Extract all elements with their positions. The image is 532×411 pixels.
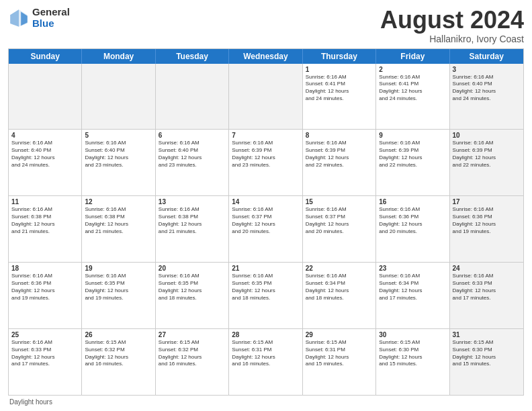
day-number: 20 [159,265,226,272]
calendar-cell-5-7: 31Sunrise: 6:15 AMSunset: 6:30 PMDayligh… [450,329,523,395]
calendar-header: Sunday Monday Tuesday Wednesday Thursday… [9,49,523,64]
day-number: 24 [453,265,521,272]
header-saturday: Saturday [450,49,523,64]
calendar-cell-3-3: 13Sunrise: 6:16 AMSunset: 6:38 PMDayligh… [156,196,229,262]
cell-details: Sunrise: 6:16 AMSunset: 6:40 PMDaylight:… [159,140,226,169]
day-number: 21 [232,265,299,272]
cell-details: Sunrise: 6:16 AMSunset: 6:39 PMDaylight:… [232,140,299,169]
calendar-cell-5-4: 28Sunrise: 6:15 AMSunset: 6:31 PMDayligh… [229,329,302,395]
day-number: 8 [306,132,373,139]
calendar-cell-1-4 [229,64,302,130]
calendar-cell-4-2: 19Sunrise: 6:16 AMSunset: 6:35 PMDayligh… [82,263,155,328]
day-number: 22 [306,265,373,272]
day-number: 29 [306,331,373,338]
calendar-cell-3-1: 11Sunrise: 6:16 AMSunset: 6:38 PMDayligh… [9,196,82,262]
calendar-cell-1-5: 1Sunrise: 6:16 AMSunset: 6:41 PMDaylight… [303,64,376,130]
day-number: 14 [232,198,299,205]
cell-details: Sunrise: 6:16 AMSunset: 6:39 PMDaylight:… [453,140,521,169]
cell-details: Sunrise: 6:16 AMSunset: 6:38 PMDaylight:… [159,206,226,235]
logo: General Blue [8,7,70,29]
calendar-cell-4-3: 20Sunrise: 6:16 AMSunset: 6:35 PMDayligh… [156,263,229,328]
cell-details: Sunrise: 6:16 AMSunset: 6:37 PMDaylight:… [232,206,299,235]
header-sunday: Sunday [9,49,82,64]
calendar-cell-4-7: 24Sunrise: 6:16 AMSunset: 6:33 PMDayligh… [450,263,523,328]
calendar-body: 1Sunrise: 6:16 AMSunset: 6:41 PMDaylight… [9,64,523,395]
header-tuesday: Tuesday [156,49,229,64]
cell-details: Sunrise: 6:15 AMSunset: 6:31 PMDaylight:… [306,339,373,368]
cell-details: Sunrise: 6:16 AMSunset: 6:38 PMDaylight:… [85,206,152,235]
calendar-location: Hallanikro, Ivory Coast [380,34,524,44]
day-number: 23 [379,265,446,272]
calendar-cell-1-6: 2Sunrise: 6:16 AMSunset: 6:41 PMDaylight… [376,64,449,130]
cell-details: Sunrise: 6:16 AMSunset: 6:34 PMDaylight:… [306,273,373,302]
day-number: 7 [232,132,299,139]
cell-details: Sunrise: 6:15 AMSunset: 6:30 PMDaylight:… [453,339,521,368]
calendar-cell-4-4: 21Sunrise: 6:16 AMSunset: 6:35 PMDayligh… [229,263,302,328]
day-number: 15 [306,198,373,205]
calendar-cell-5-6: 30Sunrise: 6:15 AMSunset: 6:30 PMDayligh… [376,329,449,395]
day-number: 4 [11,132,79,139]
calendar-cell-3-5: 15Sunrise: 6:16 AMSunset: 6:37 PMDayligh… [303,196,376,262]
day-number: 5 [85,132,152,139]
calendar-week-1: 1Sunrise: 6:16 AMSunset: 6:41 PMDaylight… [9,64,523,130]
cell-details: Sunrise: 6:15 AMSunset: 6:32 PMDaylight:… [85,339,152,368]
calendar: Sunday Monday Tuesday Wednesday Thursday… [8,48,524,396]
cell-details: Sunrise: 6:16 AMSunset: 6:36 PMDaylight:… [453,206,521,235]
header-thursday: Thursday [303,49,376,64]
calendar-cell-3-6: 16Sunrise: 6:16 AMSunset: 6:36 PMDayligh… [376,196,449,262]
calendar-cell-2-6: 9Sunrise: 6:16 AMSunset: 6:39 PMDaylight… [376,130,449,195]
calendar-cell-4-1: 18Sunrise: 6:16 AMSunset: 6:36 PMDayligh… [9,263,82,328]
cell-details: Sunrise: 6:16 AMSunset: 6:39 PMDaylight:… [306,140,373,169]
header: General Blue August 2024 Hallanikro, Ivo… [8,7,524,44]
header-wednesday: Wednesday [229,49,302,64]
cell-details: Sunrise: 6:15 AMSunset: 6:31 PMDaylight:… [232,339,299,368]
calendar-cell-1-1 [9,64,82,130]
calendar-cell-1-3 [156,64,229,130]
calendar-week-4: 18Sunrise: 6:16 AMSunset: 6:36 PMDayligh… [9,263,523,329]
daylight-hours-label: Daylight hours [9,398,52,406]
calendar-cell-2-5: 8Sunrise: 6:16 AMSunset: 6:39 PMDaylight… [303,130,376,195]
day-number: 19 [85,265,152,272]
calendar-title: August 2024 [380,7,524,34]
cell-details: Sunrise: 6:16 AMSunset: 6:40 PMDaylight:… [11,140,79,169]
calendar-cell-4-6: 23Sunrise: 6:16 AMSunset: 6:34 PMDayligh… [376,263,449,328]
calendar-cell-1-2 [82,64,155,130]
cell-details: Sunrise: 6:16 AMSunset: 6:35 PMDaylight:… [85,273,152,302]
day-number: 11 [11,198,79,205]
day-number: 25 [11,331,79,338]
day-number: 28 [232,331,299,338]
cell-details: Sunrise: 6:16 AMSunset: 6:40 PMDaylight:… [85,140,152,169]
cell-details: Sunrise: 6:16 AMSunset: 6:35 PMDaylight:… [159,273,226,302]
cell-details: Sunrise: 6:16 AMSunset: 6:34 PMDaylight:… [379,273,446,302]
logo-text: General Blue [32,7,70,29]
calendar-cell-2-3: 6Sunrise: 6:16 AMSunset: 6:40 PMDaylight… [156,130,229,195]
calendar-cell-5-1: 25Sunrise: 6:16 AMSunset: 6:33 PMDayligh… [9,329,82,395]
calendar-cell-1-7: 3Sunrise: 6:16 AMSunset: 6:40 PMDaylight… [450,64,523,130]
header-friday: Friday [376,49,449,64]
calendar-cell-2-4: 7Sunrise: 6:16 AMSunset: 6:39 PMDaylight… [229,130,302,195]
calendar-cell-4-5: 22Sunrise: 6:16 AMSunset: 6:34 PMDayligh… [303,263,376,328]
day-number: 6 [159,132,226,139]
title-block: August 2024 Hallanikro, Ivory Coast [380,7,524,44]
calendar-cell-3-7: 17Sunrise: 6:16 AMSunset: 6:36 PMDayligh… [450,196,523,262]
header-monday: Monday [82,49,155,64]
day-number: 26 [85,331,152,338]
logo-icon [8,7,30,29]
day-number: 3 [453,66,521,73]
svg-marker-2 [10,9,19,27]
cell-details: Sunrise: 6:16 AMSunset: 6:33 PMDaylight:… [11,339,79,368]
calendar-cell-2-7: 10Sunrise: 6:16 AMSunset: 6:39 PMDayligh… [450,130,523,195]
calendar-cell-3-2: 12Sunrise: 6:16 AMSunset: 6:38 PMDayligh… [82,196,155,262]
cell-details: Sunrise: 6:16 AMSunset: 6:39 PMDaylight:… [379,140,446,169]
day-number: 17 [453,198,521,205]
day-number: 18 [11,265,79,272]
calendar-cell-5-3: 27Sunrise: 6:15 AMSunset: 6:32 PMDayligh… [156,329,229,395]
calendar-cell-5-2: 26Sunrise: 6:15 AMSunset: 6:32 PMDayligh… [82,329,155,395]
cell-details: Sunrise: 6:16 AMSunset: 6:41 PMDaylight:… [306,74,373,103]
calendar-cell-2-1: 4Sunrise: 6:16 AMSunset: 6:40 PMDaylight… [9,130,82,195]
day-number: 12 [85,198,152,205]
cell-details: Sunrise: 6:16 AMSunset: 6:35 PMDaylight:… [232,273,299,302]
calendar-cell-5-5: 29Sunrise: 6:15 AMSunset: 6:31 PMDayligh… [303,329,376,395]
cell-details: Sunrise: 6:16 AMSunset: 6:40 PMDaylight:… [453,74,521,103]
calendar-cell-3-4: 14Sunrise: 6:16 AMSunset: 6:37 PMDayligh… [229,196,302,262]
